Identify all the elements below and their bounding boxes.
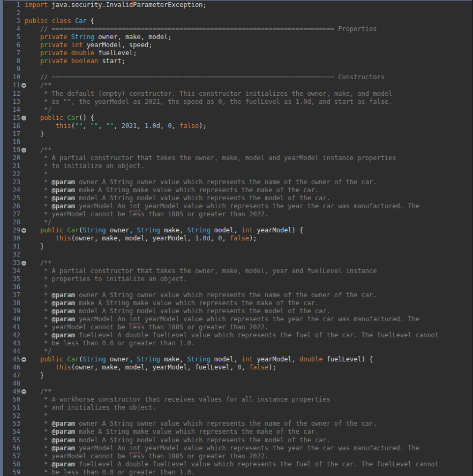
token-cm: yearModel value which represents the yea…: [141, 444, 419, 452]
code-line[interactable]: 16 this("", "", "", 2021, 1.0d, 0, false…: [0, 122, 473, 130]
token-pl: owner, make, model;: [94, 33, 172, 41]
code-line[interactable]: 39 * @param model A String model value w…: [0, 307, 473, 315]
code-line[interactable]: 36 *: [0, 283, 473, 291]
code-line[interactable]: 6 private int yearModel, speed;: [0, 41, 473, 49]
code-line[interactable]: 2: [0, 9, 473, 17]
code-line[interactable]: 52 *: [0, 412, 473, 420]
code-line[interactable]: 45 public Car(String owner, String make,…: [0, 356, 473, 364]
code-line[interactable]: 59 * be less than 0.0 or greater than 1.…: [0, 469, 473, 476]
code-line[interactable]: 34 * A partial constructor that takes th…: [0, 267, 473, 275]
code-line[interactable]: 22 *: [0, 170, 473, 178]
code-line[interactable]: 25 * @param model A String model value w…: [0, 194, 473, 202]
token-tg: @param: [52, 428, 75, 435]
token-cm: * A partial constructor that takes the o…: [25, 154, 396, 162]
code-line[interactable]: 44 */: [0, 347, 473, 356]
fold-collapse-icon[interactable]: [21, 261, 26, 266]
code-line[interactable]: 54 * @param make A String make value whi…: [0, 428, 473, 436]
token-tg: @param: [52, 315, 75, 323]
code-line[interactable]: 14 */: [0, 106, 473, 114]
token-pl: [25, 235, 56, 242]
fold-collapse-icon[interactable]: [21, 357, 26, 362]
code-line[interactable]: 9: [0, 65, 473, 73]
code-line[interactable]: 51 * and initializes the object.: [0, 404, 473, 412]
code-line[interactable]: 50 * A workhorse constructor that receiv…: [0, 396, 473, 404]
code-line[interactable]: 19 /**: [0, 146, 473, 154]
code-line[interactable]: 30 this(owner, make, model, yearModel, 1…: [0, 235, 473, 243]
token-cm: yearModel An: [75, 444, 129, 452]
code-line[interactable]: 4 // ===================================…: [0, 25, 473, 33]
code-line[interactable]: 18: [0, 138, 473, 146]
code-text: }: [20, 243, 44, 251]
token-pl: [25, 49, 40, 57]
code-line[interactable]: 29 public Car(String owner, String make,…: [0, 226, 473, 235]
code-line[interactable]: 57 * yearModel cannot be less than 1885 …: [0, 452, 473, 460]
code-line[interactable]: 38 * @param make A String make value whi…: [0, 299, 473, 307]
token-cm: *: [25, 444, 52, 452]
code-line[interactable]: 28 */: [0, 218, 473, 226]
token-cm: *: [25, 315, 52, 323]
code-line[interactable]: 17 }: [0, 130, 473, 138]
code-area[interactable]: 1import java.security.InvalidParameterEx…: [0, 1, 473, 476]
code-line[interactable]: 35 * properties to initialize an object.: [0, 275, 473, 283]
code-line[interactable]: 53 * @param owner A String owner value w…: [0, 420, 473, 428]
code-line[interactable]: 7 private double fuelLevel;: [0, 49, 473, 57]
code-line[interactable]: 12 * The default (empty) constructor. Th…: [0, 90, 473, 98]
code-line[interactable]: 13 * as "", the yearModel as 2021, the s…: [0, 98, 473, 106]
code-line[interactable]: 42 * @param fuelLevel A double fuelLevel…: [0, 331, 473, 339]
token-pl: ,: [160, 122, 168, 130]
code-line[interactable]: 11 /**: [0, 81, 473, 89]
code-line[interactable]: 33 /**: [0, 259, 473, 267]
token-kw: double: [71, 49, 94, 57]
fold-collapse-icon[interactable]: [21, 116, 26, 120]
code-line[interactable]: 41 * yearModel cannot be less than 1885 …: [0, 323, 473, 331]
code-line[interactable]: 37 * @param owner A String owner value w…: [0, 291, 473, 299]
code-line[interactable]: 1import java.security.InvalidParameterEx…: [0, 1, 473, 9]
token-pl: start;: [98, 57, 125, 65]
token-pl: [63, 356, 67, 363]
code-line[interactable]: 3public class Car {: [0, 17, 473, 25]
token-fn: Car: [67, 114, 79, 122]
code-line[interactable]: 21 * to initialize an object.: [0, 162, 473, 170]
code-line[interactable]: 27 * yearModel cannot be less than 1885 …: [0, 210, 473, 218]
code-line[interactable]: 43 * be less than 0.0 or greater than 1.…: [0, 339, 473, 347]
token-pl: (owner, make, model, yearModel,: [71, 235, 195, 242]
token-cm: * as "", the yearModel as 2021, the spee…: [25, 98, 392, 105]
code-line[interactable]: 32: [0, 251, 473, 259]
editor-top-border: [0, 0, 473, 1]
code-text: [20, 9, 25, 17]
code-line[interactable]: 46 this(owner, make, model, yearModel, f…: [0, 364, 473, 372]
token-kw: this: [56, 122, 71, 130]
token-cm: yearModel An: [75, 315, 129, 323]
code-text: // =====================================…: [20, 73, 385, 81]
code-line[interactable]: 47 }: [0, 372, 473, 380]
code-line[interactable]: 56 * @param yearModel An int yearModel v…: [0, 444, 473, 452]
token-pl: ,: [222, 235, 229, 242]
code-text: * yearModel cannot be less than 1885 or …: [20, 452, 268, 460]
code-line[interactable]: 23 * @param owner A String owner value w…: [0, 178, 473, 186]
code-line[interactable]: 31 }: [0, 243, 473, 251]
code-line[interactable]: 20 * A partial constructor that takes th…: [0, 154, 473, 162]
code-line[interactable]: 10 // ==================================…: [0, 73, 473, 81]
token-pl: java.security.InvalidParameterException;: [48, 1, 206, 9]
token-cm: * yearModel cannot be less than 1885 or …: [25, 323, 268, 331]
code-line[interactable]: 8 private boolean start;: [0, 57, 473, 65]
token-kw: public: [40, 114, 63, 122]
code-line[interactable]: 5 private String owner, make, model;: [0, 33, 473, 41]
code-line[interactable]: 48: [0, 380, 473, 388]
code-line[interactable]: 49 /**: [0, 388, 473, 396]
code-line[interactable]: 26 * @param yearModel An int yearModel v…: [0, 202, 473, 210]
token-ty: String: [137, 226, 160, 234]
code-line[interactable]: 15 public Car() {: [0, 114, 473, 122]
code-text: * @param owner A String owner value whic…: [20, 178, 377, 186]
code-line[interactable]: 58 * @param fuelLevel A double fuelLevel…: [0, 460, 473, 469]
fold-collapse-icon[interactable]: [21, 148, 26, 153]
code-line[interactable]: 24 * @param make A String make value whi…: [0, 186, 473, 194]
token-pl: ,: [137, 122, 145, 130]
token-ty: String: [187, 226, 211, 234]
token-tg: @param: [52, 460, 75, 468]
token-pl: ,: [82, 122, 90, 130]
token-pl: model,: [211, 356, 242, 363]
token-pl: ,: [242, 364, 249, 371]
code-line[interactable]: 40 * @param yearModel An int yearModel v…: [0, 315, 473, 323]
code-line[interactable]: 55 * @param model A String model value w…: [0, 436, 473, 444]
